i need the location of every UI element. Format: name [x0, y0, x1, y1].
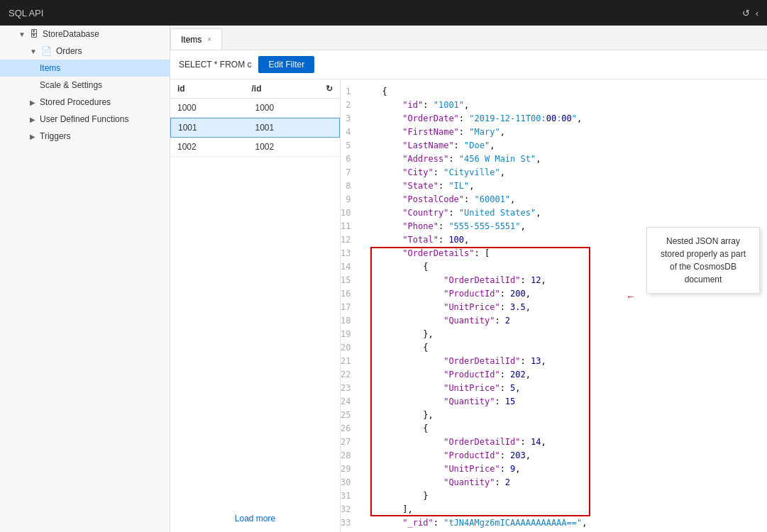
app-title: SQL API — [9, 8, 43, 18]
sidebar-label-orders: Orders — [56, 46, 82, 56]
row-id: 1002 — [177, 142, 255, 152]
expand-icon-sp: ▶ — [30, 99, 35, 106]
table-row[interactable]: 1000 1000 — [170, 99, 340, 118]
row-rid: 1000 — [255, 103, 333, 113]
sidebar-label-udf: User Defined Functions — [40, 114, 128, 124]
tab-label: Items — [181, 35, 202, 45]
json-panel: 1234567891011121314151617181920212223242… — [341, 79, 767, 532]
sidebar-label-storedatabase: StoreDatabase — [43, 29, 99, 39]
annotation-arrow: ← — [626, 291, 636, 302]
sidebar-item-scale-settings[interactable]: Scale & Settings — [0, 77, 170, 94]
col-header-rid: /id — [252, 84, 326, 94]
table-row[interactable]: 1001 1001 — [170, 118, 340, 138]
edit-filter-button[interactable]: Edit Filter — [258, 56, 314, 73]
sidebar-item-udf[interactable]: ▶ User Defined Functions — [0, 111, 170, 128]
row-id: 1001 — [178, 123, 255, 133]
tab-close-icon[interactable]: × — [207, 35, 211, 43]
sidebar-item-items[interactable]: Items — [0, 60, 170, 77]
sidebar-label-triggers: Triggers — [40, 131, 71, 141]
sidebar: ▼ 🗄 StoreDatabase ▼ 📄 Orders Items Scale… — [0, 26, 170, 532]
tabs-bar: Items × — [170, 26, 767, 50]
sidebar-item-stored-procedures[interactable]: ▶ Stored Procedures — [0, 94, 170, 111]
tab-items[interactable]: Items × — [170, 28, 222, 50]
folder-icon-orders: 📄 — [41, 46, 52, 56]
row-rid: 1002 — [255, 142, 333, 152]
row-rid: 1001 — [255, 123, 333, 133]
table-header: id /id ↻ — [170, 79, 340, 99]
table-refresh-icon[interactable]: ↻ — [326, 84, 333, 94]
table-panel: id /id ↻ 1000 1000 1001 1001 — [170, 79, 341, 532]
sidebar-item-triggers[interactable]: ▶ Triggers — [0, 128, 170, 145]
collapse-header-icon[interactable]: ‹ — [756, 8, 758, 18]
refresh-header-icon[interactable]: ↺ — [742, 8, 750, 18]
sidebar-label-scale-settings: Scale & Settings — [40, 80, 102, 90]
expand-icon: ▼ — [18, 31, 26, 38]
database-icon: 🗄 — [30, 29, 38, 39]
sidebar-item-storedatabase[interactable]: ▼ 🗄 StoreDatabase — [0, 26, 170, 43]
col-header-id: id — [177, 84, 252, 94]
table-body: 1000 1000 1001 1001 1002 1002 — [170, 99, 340, 505]
expand-icon-udf: ▶ — [30, 116, 35, 123]
json-content: { "id": "1001", "OrderDate": "2019-12-11… — [382, 85, 767, 532]
expand-icon-triggers: ▶ — [30, 133, 35, 140]
annotation-box: Nested JSON array stored properly as par… — [646, 227, 760, 294]
expand-icon-orders: ▼ — [30, 48, 37, 55]
row-id: 1000 — [177, 103, 255, 113]
load-more-button[interactable]: Load more — [170, 505, 340, 532]
sidebar-label-items: Items — [40, 63, 60, 73]
line-numbers: 1234567891011121314151617181920212223242… — [341, 85, 356, 532]
query-text: SELECT * FROM c — [179, 60, 251, 70]
annotation-text: Nested JSON array stored properly as par… — [661, 236, 746, 284]
table-row[interactable]: 1002 1002 — [170, 138, 340, 157]
query-bar: SELECT * FROM c Edit Filter — [170, 50, 767, 79]
sidebar-label-stored-procedures: Stored Procedures — [40, 97, 111, 107]
sidebar-item-orders[interactable]: ▼ 📄 Orders — [0, 43, 170, 60]
